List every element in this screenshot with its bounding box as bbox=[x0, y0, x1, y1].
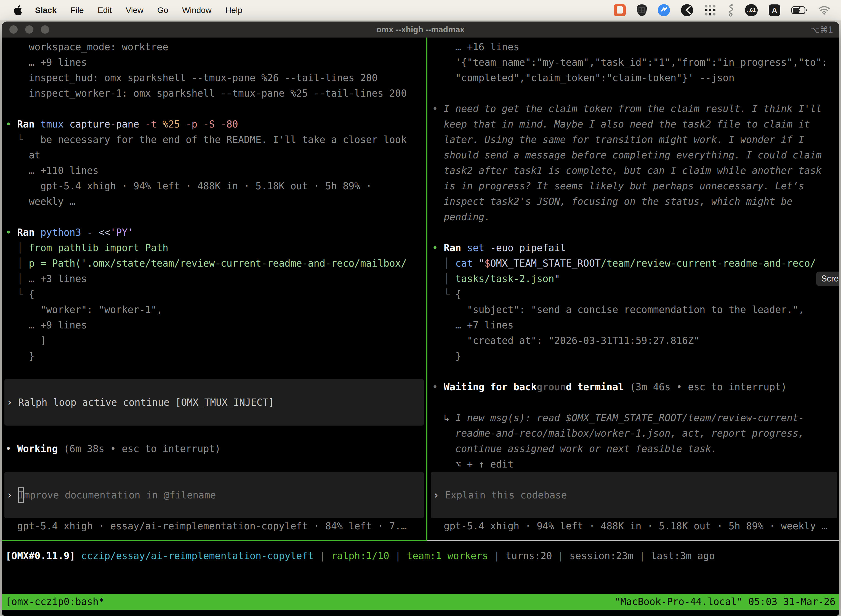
terminal-line: │ cat "$OMX_TEAM_STATE_ROOT/team/review-… bbox=[428, 255, 840, 271]
menu-item-edit[interactable]: Edit bbox=[91, 6, 119, 15]
pane-divider[interactable] bbox=[426, 38, 428, 541]
terminal-line: │ tasks/task-2.json" bbox=[428, 271, 840, 286]
terminal-line: … +110 lines bbox=[1, 163, 426, 178]
prompt-line: › Explain this codebase bbox=[431, 487, 567, 503]
omx-hud-pane[interactable]: [OMX#0.11.9] cczip/essay/ai-reimplementa… bbox=[1, 548, 840, 563]
menu-bar: Slack File Edit View Go Window Help ..61… bbox=[0, 0, 841, 21]
terminal-line: gpt-5.4 xhigh · 94% left · 488K in · 5.1… bbox=[428, 518, 840, 534]
terminal-window: omx --xhigh --madmax ⌥⌘1 workspace_mode:… bbox=[1, 22, 840, 616]
terminal-line: inspect_worker-1: omx sparkshell --tmux-… bbox=[1, 85, 426, 101]
menu-item-go[interactable]: Go bbox=[150, 6, 175, 15]
terminal-line: keep that in mind. Maybe I also need the… bbox=[428, 116, 840, 132]
terminal-line: workspace_mode: worktree bbox=[1, 39, 426, 55]
menu-item-view[interactable]: View bbox=[119, 6, 150, 15]
terminal-line: │ from pathlib import Path bbox=[1, 240, 426, 255]
terminal-line: readme-and-reco/mailbox/worker-1.json, a… bbox=[428, 425, 840, 441]
terminal-line bbox=[1, 209, 426, 224]
terminal-line: ↳ 1 new msg(s): read $OMX_TEAM_STATE_ROO… bbox=[428, 410, 840, 425]
terminal-line: │ … +3 lines bbox=[1, 271, 426, 286]
terminal-line: inspect_hud: omx sparkshell --tmux-pane … bbox=[1, 70, 426, 85]
tmux-host-clock-label: "MacBook-Pro-44.local" 05:03 31-Mar-26 bbox=[614, 594, 835, 610]
terminal-line: │ p = Path('.omx/state/team/review-curre… bbox=[1, 255, 426, 271]
terminal-line: } bbox=[1, 348, 426, 364]
terminal-line: "completed","claim_token":"claim-token"}… bbox=[428, 70, 840, 85]
camera-shutter-icon[interactable] bbox=[681, 4, 693, 16]
terminal-line: at bbox=[1, 147, 426, 163]
terminal-line: "created_at": "2026-03-31T11:59:27.816Z" bbox=[428, 333, 840, 348]
terminal-line bbox=[428, 224, 840, 240]
window-titlebar[interactable]: omx --xhigh --madmax ⌥⌘1 bbox=[1, 22, 840, 38]
menu-item-app[interactable]: Slack bbox=[28, 6, 63, 15]
terminal-line: └ { bbox=[1, 286, 426, 302]
terminal-line: pending. bbox=[428, 209, 840, 224]
pane-bottom-border-active bbox=[1, 540, 428, 541]
terminal-line: gpt-5.4 xhigh · 94% left · 488K in · 5.1… bbox=[1, 178, 426, 194]
tmux-pane-left[interactable]: workspace_mode: worktree … +9 lines insp… bbox=[1, 38, 426, 540]
shield-grid-icon[interactable] bbox=[637, 4, 647, 16]
terminal-line: ] bbox=[1, 333, 426, 348]
terminal-line: later. Using the same for transition mig… bbox=[428, 132, 840, 147]
pane-bottom-border-inactive bbox=[428, 540, 840, 541]
terminal-line: task2 after task1 is complete, but can I… bbox=[428, 163, 840, 178]
prompt-input[interactable]: › Explain this codebase bbox=[431, 472, 837, 518]
squiggle-icon[interactable] bbox=[727, 4, 734, 16]
terminal-line: … +16 lines bbox=[428, 39, 840, 55]
terminal-line: • Ran python3 - <<'PY' bbox=[1, 224, 426, 240]
text-cursor: I bbox=[18, 487, 24, 503]
terminal-line: • Ran set -euo pipefail bbox=[428, 240, 840, 255]
terminal-line: is in progress? It seems likely but perh… bbox=[428, 178, 840, 194]
terminal-line bbox=[1, 101, 426, 116]
terminal-line: weekly … bbox=[1, 194, 426, 209]
tmux-pane-right[interactable]: … +16 lines '{"team_name":"my-team","tas… bbox=[428, 38, 840, 540]
window-title: omx --xhigh --madmax bbox=[377, 25, 464, 34]
zoom-button[interactable] bbox=[41, 25, 49, 34]
menu-item-help[interactable]: Help bbox=[218, 6, 249, 15]
terminal-line bbox=[428, 395, 840, 410]
tmux-session-label: [omx-cczip0:bash* bbox=[6, 594, 104, 610]
terminal-line: gpt-5.4 xhigh · essay/ai-reimplementatio… bbox=[1, 518, 426, 534]
prompt-line: › Improve documentation in @filename bbox=[4, 487, 216, 503]
speedtest-icon[interactable] bbox=[658, 4, 670, 16]
apple-menu-icon[interactable] bbox=[14, 5, 22, 15]
terminal-line: └ be necessary for the end of the README… bbox=[1, 132, 426, 147]
queued-message: › Ralph loop active continue [OMX_TMUX_I… bbox=[4, 379, 424, 425]
menu-item-window[interactable]: Window bbox=[175, 6, 218, 15]
dots-grid-icon[interactable] bbox=[704, 4, 716, 16]
terminal-line: … +7 lines bbox=[428, 317, 840, 333]
terminal-line bbox=[1, 425, 426, 441]
wifi-icon[interactable] bbox=[818, 6, 830, 15]
prompt-line: › Ralph loop active continue [OMX_TMUX_I… bbox=[4, 395, 274, 410]
battery-icon[interactable] bbox=[791, 6, 807, 14]
terminal-line bbox=[428, 364, 840, 379]
battery-percent-badge-icon[interactable]: ..61 bbox=[745, 4, 757, 16]
terminal-line: • I need to get the claim token from the… bbox=[428, 101, 840, 116]
terminal-line: ⌥ + ↑ edit bbox=[428, 456, 840, 472]
prompt-input[interactable]: › Improve documentation in @filename bbox=[4, 472, 424, 518]
terminal-line: • Waiting for background terminal (3m 46… bbox=[428, 379, 840, 395]
terminal-line: … +9 lines bbox=[1, 55, 426, 70]
close-button[interactable] bbox=[9, 25, 18, 34]
input-source-icon[interactable]: A bbox=[769, 4, 780, 16]
terminal-line: • Ran tmux capture-pane -t %25 -p -S -80 bbox=[1, 116, 426, 132]
tooltip-label: Scre bbox=[821, 274, 839, 284]
terminal-line: inspect task2's JSON, focusing on the st… bbox=[428, 194, 840, 209]
terminal-line: [OMX#0.11.9] cczip/essay/ai-reimplementa… bbox=[1, 548, 840, 563]
terminal-line: └ { bbox=[428, 286, 840, 302]
terminal-line: '{"team_name":"my-team","task_id":"1","f… bbox=[428, 55, 840, 70]
menu-item-file[interactable]: File bbox=[63, 6, 91, 15]
terminal-content: workspace_mode: worktree … +9 lines insp… bbox=[1, 38, 840, 616]
terminal-line bbox=[1, 364, 426, 379]
terminal-line: • Working (6m 38s • esc to interrupt) bbox=[1, 441, 426, 456]
terminal-line: "subject": "send a concise recommendatio… bbox=[428, 302, 840, 317]
terminal-line: continue assigned work or next feasible … bbox=[428, 441, 840, 456]
terminal-line: should send a message before completing … bbox=[428, 147, 840, 163]
screen-record-icon[interactable] bbox=[614, 4, 626, 16]
screen-share-tooltip: Scre bbox=[816, 271, 840, 286]
terminal-line: … +9 lines bbox=[1, 317, 426, 333]
terminal-line: "worker": "worker-1", bbox=[1, 302, 426, 317]
terminal-line: } bbox=[428, 348, 840, 364]
terminal-line bbox=[1, 456, 426, 472]
window-shortcut-badge: ⌥⌘1 bbox=[810, 25, 833, 35]
tmux-status-bar: [omx-cczip0:bash* "MacBook-Pro-44.local"… bbox=[1, 594, 840, 610]
minimize-button[interactable] bbox=[25, 25, 34, 34]
